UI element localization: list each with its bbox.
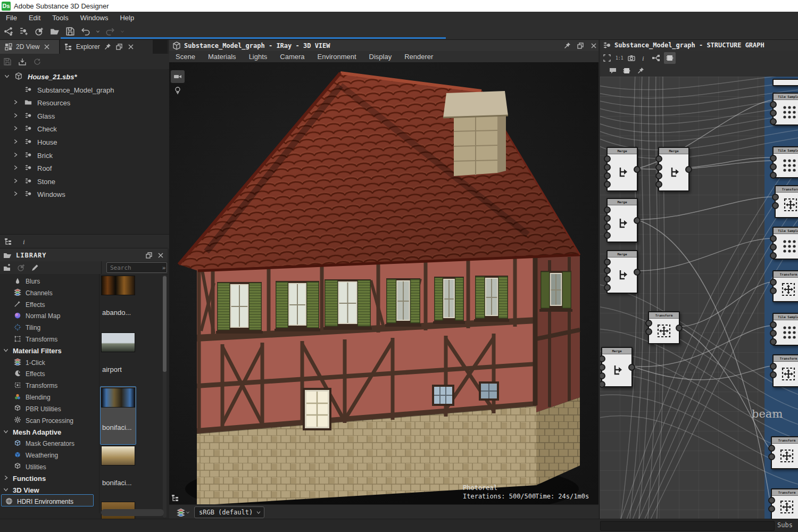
toolbar-redo-button[interactable] bbox=[103, 25, 117, 38]
3dview-menu-lights[interactable]: Lights bbox=[243, 53, 274, 61]
library-item-transforms[interactable]: Transforms bbox=[0, 380, 99, 392]
input-port[interactable] bbox=[770, 235, 777, 242]
link-nodes-icon[interactable] bbox=[652, 54, 660, 62]
menu-file[interactable]: File bbox=[0, 12, 23, 23]
input-port[interactable] bbox=[770, 279, 777, 286]
output-port[interactable] bbox=[676, 325, 683, 331]
zoom-1-1-icon[interactable]: 1:1 bbox=[615, 54, 624, 62]
3dview-menu-materials[interactable]: Materials bbox=[202, 53, 243, 61]
graph-node-transform[interactable]: Transform bbox=[771, 488, 798, 519]
close-icon[interactable] bbox=[589, 41, 598, 50]
input-port[interactable] bbox=[768, 445, 775, 452]
input-port[interactable] bbox=[604, 223, 611, 230]
graph-node-transform[interactable]: Transform bbox=[648, 311, 680, 344]
camera-mode-button[interactable] bbox=[171, 70, 185, 83]
input-port[interactable] bbox=[770, 321, 777, 328]
comment-icon[interactable] bbox=[609, 66, 617, 75]
input-port[interactable] bbox=[768, 453, 775, 460]
pin-icon[interactable] bbox=[563, 41, 571, 50]
close-icon[interactable] bbox=[127, 43, 135, 51]
thumbnail-image[interactable] bbox=[101, 446, 135, 466]
input-port[interactable] bbox=[645, 328, 652, 335]
input-port[interactable] bbox=[604, 232, 611, 239]
input-port[interactable] bbox=[770, 371, 777, 378]
input-port[interactable] bbox=[655, 155, 662, 162]
info-icon[interactable]: i bbox=[20, 237, 29, 246]
library-item-weathering[interactable]: Weathering bbox=[0, 450, 99, 461]
import-icon[interactable] bbox=[18, 57, 27, 66]
restore-icon[interactable] bbox=[576, 41, 585, 50]
3dview-menu-scene[interactable]: Scene bbox=[169, 53, 202, 61]
toolbar-chevD-button[interactable] bbox=[119, 25, 126, 38]
tree-item-stone[interactable]: Stone bbox=[0, 175, 168, 188]
close-icon[interactable] bbox=[43, 43, 51, 51]
scene-tree-icon[interactable] bbox=[171, 494, 180, 502]
output-port[interactable] bbox=[634, 269, 641, 276]
save-icon[interactable] bbox=[3, 57, 12, 66]
library-item-tiling[interactable]: Tiling bbox=[0, 322, 99, 334]
graph-node-merge[interactable]: Merge bbox=[606, 147, 638, 192]
3dview-menu-camera[interactable]: Camera bbox=[273, 53, 311, 61]
refresh-icon[interactable] bbox=[33, 57, 41, 66]
graph-node-transform[interactable]: Transform bbox=[772, 354, 798, 387]
3dview-menu-display[interactable]: Display bbox=[363, 53, 398, 61]
input-port[interactable] bbox=[604, 206, 611, 213]
input-port[interactable] bbox=[770, 172, 777, 179]
input-port[interactable] bbox=[772, 194, 779, 201]
library-item-mesh-adaptive[interactable]: Mesh Adaptive bbox=[0, 426, 99, 438]
thumbnails-scrollbar[interactable] bbox=[163, 275, 167, 518]
menu-windows[interactable]: Windows bbox=[74, 12, 114, 23]
restore-icon[interactable] bbox=[145, 251, 153, 260]
tree-view-icon[interactable] bbox=[4, 237, 13, 246]
input-port[interactable] bbox=[655, 181, 662, 188]
input-port[interactable] bbox=[768, 505, 775, 512]
input-port[interactable] bbox=[655, 164, 662, 171]
graph-node-transform[interactable]: Transform bbox=[771, 436, 798, 469]
tree-item-house[interactable]: House bbox=[0, 136, 168, 148]
tree-item-brick[interactable]: Brick bbox=[0, 149, 168, 162]
statusbar-field[interactable] bbox=[600, 521, 775, 531]
graph-node-dots[interactable]: Tile Sampler bbox=[772, 93, 798, 126]
tab-explorer[interactable]: Explorer bbox=[60, 40, 153, 54]
library-item-hdri-environments[interactable]: HDRI Environments bbox=[0, 496, 99, 508]
output-port[interactable] bbox=[634, 166, 641, 173]
input-port[interactable] bbox=[600, 381, 605, 388]
input-port[interactable] bbox=[768, 497, 775, 504]
structure-graph-canvas[interactable]: beam MergeMergeMergeMergeTransformMergeT… bbox=[600, 77, 798, 519]
graph-node-transform[interactable]: Transform bbox=[775, 185, 798, 218]
graph-node-dots[interactable]: Tile Sampler bbox=[772, 313, 798, 346]
toolbar-undo-button[interactable] bbox=[79, 25, 93, 38]
input-port[interactable] bbox=[604, 259, 611, 265]
edit-icon[interactable] bbox=[31, 263, 39, 272]
input-port[interactable] bbox=[604, 284, 611, 291]
light-button[interactable] bbox=[172, 84, 183, 97]
search-input[interactable] bbox=[106, 262, 167, 273]
3d-viewport[interactable] bbox=[169, 62, 598, 504]
graph-node-merge[interactable]: Merge bbox=[606, 198, 638, 243]
library-item-material-filters[interactable]: Material Filters bbox=[0, 345, 99, 357]
library-item-channels[interactable]: Channels bbox=[0, 287, 99, 299]
library-item-effects[interactable]: Effects bbox=[0, 299, 99, 311]
input-port[interactable] bbox=[770, 118, 777, 125]
graph-node-dots[interactable]: Tile Sampler bbox=[772, 227, 798, 260]
input-port[interactable] bbox=[772, 202, 779, 209]
library-item-normal-map[interactable]: Normal Map bbox=[0, 310, 99, 322]
input-port[interactable] bbox=[770, 244, 777, 251]
graph-node-merge[interactable]: Merge bbox=[606, 250, 638, 294]
add-pie-icon[interactable] bbox=[17, 263, 26, 272]
menu-help[interactable]: Help bbox=[114, 12, 140, 23]
library-item-pbr-utilities[interactable]: PBR Utilities bbox=[0, 403, 99, 415]
menu-edit[interactable]: Edit bbox=[23, 12, 46, 23]
output-port[interactable] bbox=[634, 217, 641, 224]
tree-item-resources[interactable]: Resources bbox=[0, 97, 168, 110]
tree-item-glass[interactable]: Glass bbox=[0, 110, 168, 122]
toolbar-chevD-button[interactable] bbox=[94, 25, 102, 38]
input-port[interactable] bbox=[770, 155, 777, 162]
thumbnail-image[interactable] bbox=[101, 276, 135, 295]
input-port[interactable] bbox=[770, 163, 777, 170]
graph-node-partial[interactable] bbox=[772, 79, 798, 86]
input-port[interactable] bbox=[770, 287, 777, 294]
library-item-mask-generators[interactable]: Mask Generators bbox=[0, 438, 99, 450]
input-port[interactable] bbox=[604, 267, 611, 274]
graph-node-dots[interactable]: Tile Sampler bbox=[772, 146, 798, 178]
